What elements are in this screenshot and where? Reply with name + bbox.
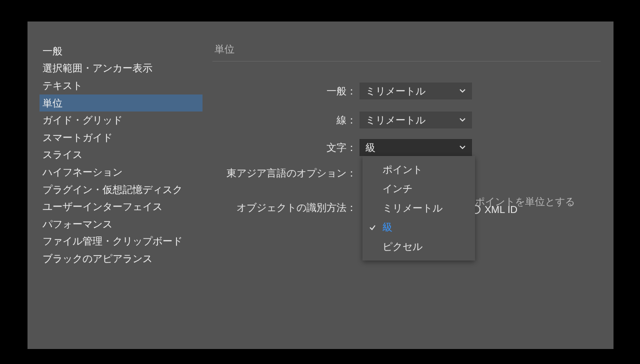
sidebar-item-guides-grid[interactable]: ガイド・グリッド: [40, 112, 202, 129]
dropdown-option-mm[interactable]: ミリメートル: [362, 198, 475, 218]
label-object-id: オブジェクトの識別方法：: [212, 201, 360, 214]
sidebar-item-slices[interactable]: スライス: [40, 146, 202, 164]
preferences-panel: 一般 選択範囲・アンカー表示 テキスト 単位 ガイド・グリッド スマートガイド …: [28, 22, 614, 349]
select-stroke-value: ミリメートル: [366, 114, 426, 127]
row-general: 一般： ミリメートル: [212, 82, 600, 100]
sidebar-item-plugins-scratch[interactable]: プラグイン・仮想記憶ディスク: [40, 181, 202, 198]
chevron-down-icon: [459, 144, 466, 151]
row-stroke: 線： ミリメートル: [212, 112, 600, 128]
select-type-dropdown[interactable]: ポイント インチ ミリメートル 級 ピクセル: [362, 156, 475, 260]
sidebar-item-performance[interactable]: パフォーマンス: [40, 216, 202, 233]
dropdown-option-inch[interactable]: インチ: [362, 180, 475, 199]
dropdown-option-pixel[interactable]: ピクセル: [362, 237, 475, 256]
radio-xml-id-label: XML ID: [484, 204, 518, 216]
label-type: 文字：: [212, 141, 360, 154]
content-title: 単位: [212, 42, 600, 62]
select-type-value: 級: [366, 141, 376, 154]
sidebar-item-smart-guides[interactable]: スマートガイド: [40, 129, 202, 146]
label-stroke: 線：: [212, 114, 360, 127]
label-general: 一般：: [212, 84, 360, 98]
sidebar-item-black-appearance[interactable]: ブラックのアピアランス: [40, 250, 202, 268]
chevron-down-icon: [459, 88, 466, 94]
sidebar-item-selection-anchor[interactable]: 選択範囲・アンカー表示: [40, 60, 202, 78]
select-general[interactable]: ミリメートル: [360, 82, 472, 100]
label-east-asian: 東アジア言語のオプション：: [212, 166, 360, 180]
check-icon: [368, 224, 376, 232]
sidebar-item-general[interactable]: 一般: [40, 42, 202, 60]
prefs-sidebar: 一般 選択範囲・アンカー表示 テキスト 単位 ガイド・グリッド スマートガイド …: [40, 42, 202, 349]
select-general-value: ミリメートル: [366, 84, 426, 98]
select-stroke[interactable]: ミリメートル: [360, 112, 472, 128]
sidebar-item-units[interactable]: 単位: [40, 94, 202, 112]
dropdown-option-point[interactable]: ポイント: [362, 160, 475, 180]
sidebar-item-file-handling[interactable]: ファイル管理・クリップボード: [40, 233, 202, 250]
select-type[interactable]: 級: [360, 139, 472, 156]
sidebar-item-text[interactable]: テキスト: [40, 77, 202, 94]
sidebar-item-ui[interactable]: ユーザーインターフェイス: [40, 198, 202, 216]
row-type: 文字： 級 ポイント インチ ミリメートル: [212, 139, 600, 156]
dropdown-option-q[interactable]: 級: [362, 218, 475, 238]
sidebar-item-hyphenation[interactable]: ハイフネーション: [40, 164, 202, 181]
units-form: 一般： ミリメートル 線： ミリメートル 文字：: [212, 82, 600, 214]
chevron-down-icon: [459, 116, 466, 124]
radio-xml-id[interactable]: XML ID: [472, 201, 518, 218]
prefs-content: 単位 一般： ミリメートル 線： ミリメートル: [202, 42, 600, 349]
